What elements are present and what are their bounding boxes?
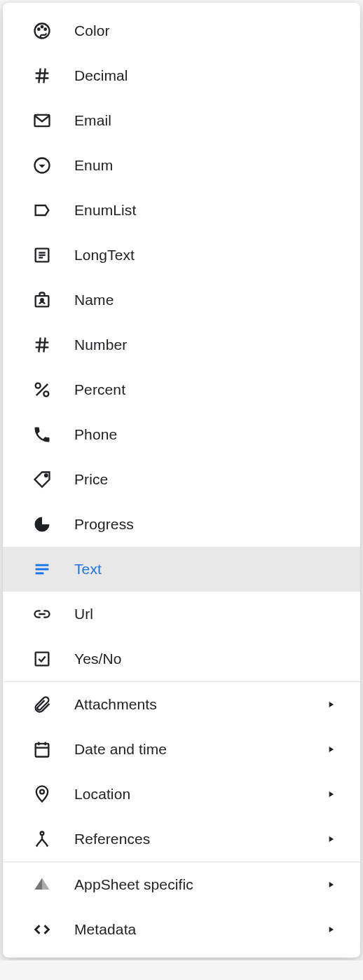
type-selector-menu: ColorDecimalEmailEnumEnumListLongTextNam… [3, 3, 360, 958]
menu-item-label: Color [74, 22, 346, 39]
svg-point-20 [36, 383, 41, 388]
svg-point-15 [41, 299, 43, 301]
longtext-icon [32, 245, 52, 265]
phone-icon [32, 425, 52, 444]
svg-point-23 [45, 474, 48, 477]
menu-item-label: Metadata [74, 921, 324, 938]
tag-icon [32, 470, 52, 489]
menu-item-label: Progress [74, 516, 346, 533]
chevron-right-icon [324, 878, 338, 892]
svg-point-2 [41, 26, 43, 27]
hash-icon [32, 66, 52, 86]
menu-item-price[interactable]: Price [3, 457, 360, 502]
menu-item-label: Location [74, 786, 324, 803]
menu-item-email[interactable]: Email [3, 98, 360, 143]
menu-item-attachments[interactable]: Attachments [3, 682, 360, 727]
menu-item-metadata[interactable]: Metadata [3, 907, 360, 952]
menu-item-label: References [74, 831, 324, 848]
calendar-icon [32, 740, 52, 759]
menu-item-longtext[interactable]: LongText [3, 233, 360, 278]
menu-item-yesno[interactable]: Yes/No [3, 637, 360, 681]
menu-item-label: Url [74, 606, 346, 622]
references-icon [32, 829, 52, 849]
menu-item-enum[interactable]: Enum [3, 143, 360, 188]
link-icon [32, 604, 52, 624]
menu-item-number[interactable]: Number [3, 322, 360, 367]
percent-icon [32, 380, 52, 400]
label-icon [32, 200, 52, 220]
menu-item-label: Name [74, 292, 346, 308]
svg-line-7 [43, 69, 45, 83]
svg-line-18 [39, 338, 40, 353]
menu-item-label: Decimal [74, 67, 346, 84]
menu-item-references[interactable]: References [3, 817, 360, 862]
hash-icon [32, 335, 52, 355]
svg-line-22 [36, 384, 48, 395]
svg-point-33 [41, 832, 44, 836]
menu-item-decimal[interactable]: Decimal [3, 53, 360, 98]
chevron-right-icon [324, 742, 338, 756]
menu-item-label: Date and time [74, 741, 324, 758]
enum-icon [32, 156, 52, 175]
location-icon [32, 784, 52, 804]
attachment-icon [32, 695, 52, 714]
menu-item-url[interactable]: Url [3, 592, 360, 637]
menu-item-label: Yes/No [74, 651, 346, 667]
menu-item-label: Attachments [74, 696, 324, 713]
svg-point-32 [40, 790, 44, 794]
menu-item-enumlist[interactable]: EnumList [3, 188, 360, 233]
text-icon [32, 559, 52, 579]
menu-item-color[interactable]: Color [3, 8, 360, 53]
menu-item-label: Percent [74, 381, 346, 398]
email-icon [32, 111, 52, 130]
svg-point-21 [43, 391, 48, 396]
menu-item-percent[interactable]: Percent [3, 367, 360, 412]
checkbox-icon [32, 649, 52, 669]
menu-item-label: AppSheet specific [74, 876, 324, 893]
menu-item-label: EnumList [74, 202, 346, 219]
menu-item-label: Number [74, 336, 346, 353]
menu-item-phone[interactable]: Phone [3, 412, 360, 457]
menu-item-appsheet[interactable]: AppSheet specific [3, 862, 360, 907]
menu-item-label: LongText [74, 247, 346, 264]
badge-icon [32, 290, 52, 310]
menu-item-label: Email [74, 112, 346, 129]
palette-icon [32, 21, 52, 41]
svg-rect-28 [36, 744, 49, 757]
svg-point-3 [45, 29, 46, 30]
menu-item-label: Phone [74, 426, 346, 443]
chevron-right-icon [324, 697, 338, 712]
chevron-right-icon [324, 832, 338, 846]
menu-item-progress[interactable]: Progress [3, 502, 360, 547]
svg-point-1 [38, 29, 39, 30]
menu-item-label: Price [74, 471, 346, 488]
svg-line-6 [39, 69, 40, 83]
menu-item-label: Text [74, 561, 346, 578]
menu-item-text[interactable]: Text [3, 547, 360, 592]
chevron-right-icon [324, 787, 338, 801]
svg-rect-27 [36, 653, 49, 666]
menu-item-location[interactable]: Location [3, 772, 360, 817]
progress-icon [32, 515, 52, 534]
menu-item-datetime[interactable]: Date and time [3, 727, 360, 772]
menu-item-name[interactable]: Name [3, 278, 360, 322]
code-icon [32, 920, 52, 939]
appsheet-icon [32, 875, 52, 894]
svg-line-19 [43, 338, 45, 353]
menu-item-label: Enum [74, 157, 346, 174]
chevron-right-icon [324, 923, 338, 937]
